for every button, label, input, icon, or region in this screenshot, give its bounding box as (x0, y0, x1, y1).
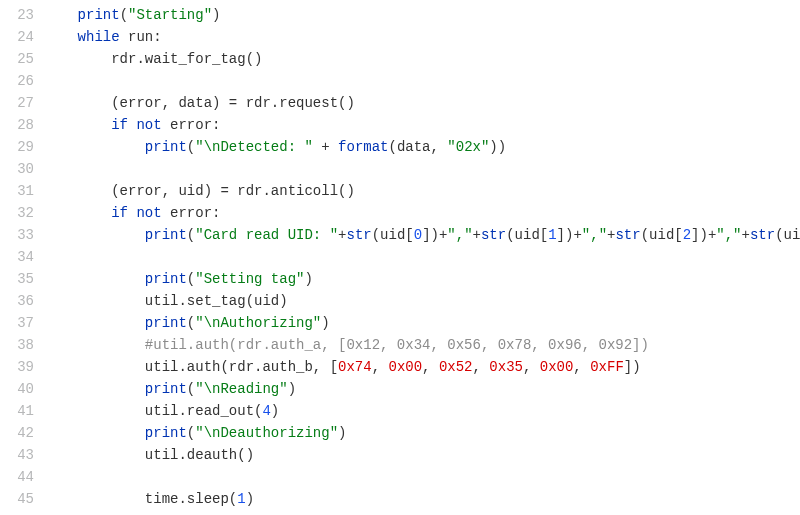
code-line[interactable]: if not error: (44, 114, 800, 136)
code-line[interactable]: #util.auth(rdr.auth_a, [0x12, 0x34, 0x56… (44, 334, 800, 356)
code-token: ( (187, 315, 195, 331)
code-line[interactable] (44, 70, 800, 92)
code-token: 0 (414, 227, 422, 243)
code-token: ( (187, 227, 195, 243)
code-token: (uid[ (775, 227, 800, 243)
code-token: + (313, 139, 338, 155)
code-line[interactable]: rdr.wait_for_tag() (44, 48, 800, 70)
line-number: 42 (0, 422, 34, 444)
code-token: run: (128, 29, 162, 45)
code-token: util.read_out( (145, 403, 263, 419)
line-number: 25 (0, 48, 34, 70)
code-token: 0x00 (540, 359, 574, 375)
code-token: "\nDeauthorizing" (195, 425, 338, 441)
line-number: 37 (0, 312, 34, 334)
code-token: 1 (548, 227, 556, 243)
code-token: error: (170, 205, 220, 221)
code-token: print (145, 381, 187, 397)
code-token: util.auth(rdr.auth_b, [ (145, 359, 338, 375)
code-token: 0x00 (388, 359, 422, 375)
code-line[interactable]: util.auth(rdr.auth_b, [0x74, 0x00, 0x52,… (44, 356, 800, 378)
code-token: "," (716, 227, 741, 243)
code-line[interactable]: print("\nDeauthorizing") (44, 422, 800, 444)
code-line[interactable]: (error, data) = rdr.request() (44, 92, 800, 114)
code-token: if not (111, 117, 170, 133)
code-token: ])+ (557, 227, 582, 243)
code-line[interactable]: print("\nDetected: " + format(data, "02x… (44, 136, 800, 158)
line-number: 32 (0, 202, 34, 224)
line-number: 39 (0, 356, 34, 378)
code-token: str (615, 227, 640, 243)
code-token: ) (271, 403, 279, 419)
code-token: , (473, 359, 490, 375)
code-token: 0x74 (338, 359, 372, 375)
code-token: 4 (262, 403, 270, 419)
code-line[interactable]: while run: (44, 26, 800, 48)
line-number: 35 (0, 268, 34, 290)
line-number: 29 (0, 136, 34, 158)
code-line[interactable]: time.sleep(1) (44, 488, 800, 510)
line-number: 31 (0, 180, 34, 202)
code-token: error: (170, 117, 220, 133)
code-token: print (145, 227, 187, 243)
code-token: util.set_tag(uid) (145, 293, 288, 309)
code-token: "02x" (447, 139, 489, 155)
code-token: ) (321, 315, 329, 331)
code-line[interactable] (44, 158, 800, 180)
line-number: 26 (0, 70, 34, 92)
code-line[interactable]: print("Card read UID: "+str(uid[0])+","+… (44, 224, 800, 246)
code-line[interactable]: print("Setting tag") (44, 268, 800, 290)
code-token: "\nReading" (195, 381, 287, 397)
code-token: print (78, 7, 120, 23)
code-token: , (523, 359, 540, 375)
code-token: , (573, 359, 590, 375)
line-number-gutter: 2324252627282930313233343536373839404142… (0, 4, 44, 510)
code-token: 0x35 (489, 359, 523, 375)
code-line[interactable]: util.set_tag(uid) (44, 290, 800, 312)
code-token: str (481, 227, 506, 243)
code-token: (data, (389, 139, 448, 155)
code-token: , (372, 359, 389, 375)
code-token: 0x52 (439, 359, 473, 375)
code-line[interactable] (44, 466, 800, 488)
code-token: "Card read UID: " (195, 227, 338, 243)
code-token: if not (111, 205, 170, 221)
code-token: (uid[ (506, 227, 548, 243)
code-token: "\nDetected: " (195, 139, 313, 155)
line-number: 43 (0, 444, 34, 466)
code-editor: 2324252627282930313233343536373839404142… (0, 0, 800, 510)
code-token: ( (187, 381, 195, 397)
code-line[interactable]: print("\nAuthorizing") (44, 312, 800, 334)
line-number: 40 (0, 378, 34, 400)
code-area[interactable]: print("Starting") while run: rdr.wait_fo… (44, 4, 800, 510)
code-token: (error, uid) = rdr.anticoll() (111, 183, 355, 199)
code-token: ])+ (691, 227, 716, 243)
code-token: + (742, 227, 750, 243)
code-token: ) (246, 491, 254, 507)
code-token: "," (582, 227, 607, 243)
line-number: 23 (0, 4, 34, 26)
code-token: ])+ (422, 227, 447, 243)
line-number: 33 (0, 224, 34, 246)
code-token: print (145, 425, 187, 441)
code-token: rdr.wait_for_tag() (111, 51, 262, 67)
code-line[interactable]: util.deauth() (44, 444, 800, 466)
code-token: "\nAuthorizing" (195, 315, 321, 331)
code-token: ( (187, 425, 195, 441)
code-line[interactable]: (error, uid) = rdr.anticoll() (44, 180, 800, 202)
code-token: "," (447, 227, 472, 243)
code-line[interactable]: if not error: (44, 202, 800, 224)
code-token: (error, data) = rdr.request() (111, 95, 355, 111)
line-number: 34 (0, 246, 34, 268)
code-token: util.deauth() (145, 447, 254, 463)
line-number: 28 (0, 114, 34, 136)
code-token: 1 (237, 491, 245, 507)
line-number: 41 (0, 400, 34, 422)
code-line[interactable]: util.read_out(4) (44, 400, 800, 422)
code-token: (uid[ (372, 227, 414, 243)
code-line[interactable]: print("Starting") (44, 4, 800, 26)
code-token: "Setting tag" (195, 271, 304, 287)
line-number: 45 (0, 488, 34, 510)
code-line[interactable]: print("\nReading") (44, 378, 800, 400)
code-line[interactable] (44, 246, 800, 268)
